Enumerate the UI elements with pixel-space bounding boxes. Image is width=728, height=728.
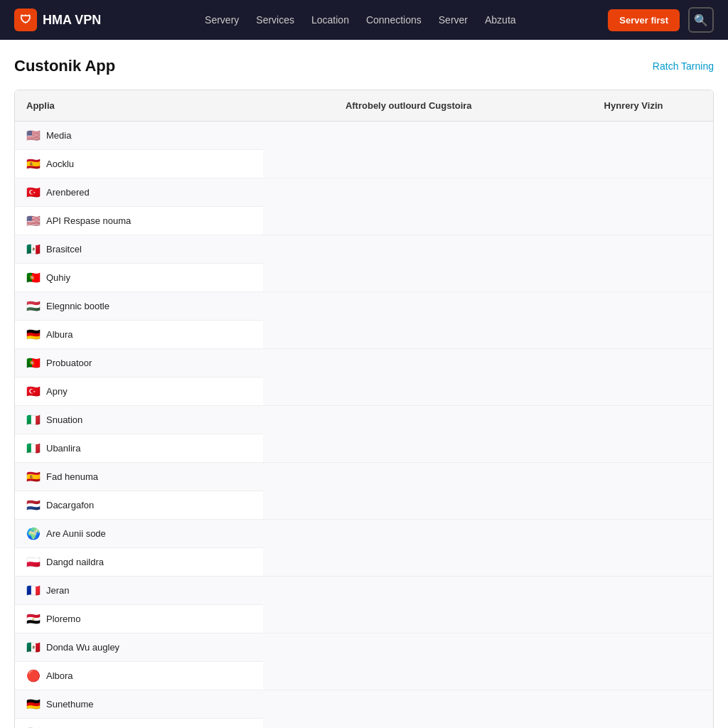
- flag-icon: 🇲🇽: [26, 641, 41, 654]
- col-vizin: Hynrery Vizin: [554, 90, 713, 122]
- app-cell: 🇲🇽Donda Wu augley: [26, 641, 252, 654]
- search-icon: 🔍: [694, 14, 708, 27]
- app-cell: 🇭🇺Elegnnic bootle: [26, 299, 252, 313]
- page-title: Custonik App: [14, 57, 115, 75]
- value-cell: [554, 690, 713, 729]
- table-row: 🇹🇷Arenbered: [15, 178, 713, 207]
- page-content: Custonik App Ratch Tarning Applia Aftrob…: [0, 40, 728, 728]
- app-cell: 🇺🇸Media: [26, 129, 252, 142]
- value-cell: [554, 235, 713, 292]
- app-name: Elegnnic bootle: [46, 301, 109, 311]
- flag-icon: 🇫🇷: [26, 584, 41, 597]
- flag-icon: 🇪🇸: [26, 157, 41, 171]
- app-cell: 🇵🇱Dangd naildra: [26, 555, 252, 569]
- table-row: 🇺🇸Media: [15, 122, 713, 150]
- flag-icon: 🇩🇪: [26, 328, 41, 341]
- nav-links: Servery Services Location Connections Se…: [129, 14, 591, 26]
- app-name: Dangd naildra: [46, 557, 104, 567]
- value-cell: [554, 178, 713, 235]
- flag-icon: 🇮🇹: [26, 413, 41, 427]
- logo: 🛡 HMA VPN: [14, 9, 101, 31]
- badge-cell: [263, 235, 554, 292]
- flag-icon: 🇪🇬: [26, 612, 41, 626]
- app-cell: 🌍Are Aunii sode: [26, 527, 252, 540]
- badge-cell: [263, 122, 554, 178]
- app-name: Probuatoor: [46, 358, 92, 368]
- app-name: Media: [46, 130, 71, 141]
- nav-location[interactable]: Location: [311, 14, 349, 26]
- app-cell: 🇹🇷Arenbered: [26, 186, 252, 199]
- navbar: 🛡 HMA VPN Servery Services Location Conn…: [0, 0, 728, 40]
- app-name: Are Aunii sode: [46, 528, 106, 539]
- app-cell: 🇵🇹Probuatoor: [26, 356, 252, 370]
- badge-cell: [263, 349, 554, 406]
- value-cell: [554, 520, 713, 577]
- app-name: Jeran: [46, 585, 70, 596]
- app-cell: 🇺🇸API Respase nouma: [26, 214, 252, 228]
- badge-cell: [263, 292, 554, 349]
- app-cell: 🇲🇽Brasitcel: [26, 242, 252, 256]
- app-name: Dacargafon: [46, 500, 94, 510]
- table-row: 🇫🇷Jeran: [15, 577, 713, 605]
- flag-icon: 🌍: [26, 527, 41, 540]
- logo-text: HMA VPN: [43, 13, 101, 28]
- app-cell: 🇵🇹Quhiy: [26, 271, 252, 284]
- flag-icon: 🇲🇽: [26, 242, 41, 256]
- badge-cell: [263, 406, 554, 463]
- nav-connections[interactable]: Connections: [366, 14, 422, 26]
- flag-icon: 🇭🇺: [26, 299, 41, 313]
- page-link[interactable]: Ratch Tarning: [653, 60, 714, 72]
- value-cell: [554, 122, 713, 178]
- col-cugstoira: Aftrobely outlourd Cugstoira: [263, 90, 554, 122]
- table-wrapper: Applia Aftrobely outlourd Cugstoira Hynr…: [14, 90, 714, 728]
- page-header: Custonik App Ratch Tarning: [14, 57, 714, 75]
- app-name: Arenbered: [46, 187, 90, 198]
- server-first-button[interactable]: Server first: [608, 9, 680, 31]
- nav-services[interactable]: Services: [256, 14, 294, 26]
- nav-servery[interactable]: Servery: [205, 14, 239, 26]
- app-name: Brasitcel: [46, 244, 82, 255]
- flag-icon: 🇩🇪: [26, 697, 41, 711]
- app-cell: 🇩🇪Albura: [26, 328, 252, 341]
- value-cell: [554, 463, 713, 520]
- table-row: 🇵🇹Probuatoor: [15, 349, 713, 378]
- app-cell: 🇹🇷Apny: [26, 385, 252, 398]
- flag-icon: 🇮🇹: [26, 441, 41, 455]
- table-row: 🇲🇽Brasitcel: [15, 235, 713, 264]
- app-name: Snuation: [46, 414, 82, 425]
- app-cell: 🇮🇹Snuation: [26, 413, 252, 427]
- app-name: Aocklu: [46, 159, 74, 169]
- nav-server[interactable]: Server: [439, 14, 468, 26]
- value-cell: [554, 406, 713, 463]
- app-cell: 🇮🇹Ubanlira: [26, 441, 252, 455]
- flag-icon: 🇵🇹: [26, 271, 41, 284]
- app-name: Fad henuma: [46, 471, 98, 482]
- app-cell: 🇩🇪Sunethume: [26, 697, 252, 711]
- app-cell: 🇳🇱Dacargafon: [26, 498, 252, 512]
- app-cell: 🇪🇸Fad henuma: [26, 470, 252, 483]
- app-name: API Respase nouma: [46, 215, 131, 226]
- badge-cell: [263, 178, 554, 235]
- app-name: Sunethume: [46, 699, 94, 710]
- table-header-row: Applia Aftrobely outlourd Cugstoira Hynr…: [15, 90, 713, 122]
- app-name: Ploremo: [46, 614, 80, 624]
- search-button[interactable]: 🔍: [688, 7, 714, 33]
- badge-cell: [263, 690, 554, 729]
- col-applia: Applia: [15, 90, 263, 122]
- value-cell: [554, 292, 713, 349]
- nav-abzuta[interactable]: Abzuta: [485, 14, 516, 26]
- nav-right: Server first 🔍: [608, 7, 714, 33]
- badge-cell: [263, 633, 554, 690]
- flag-icon: 🇵🇱: [26, 555, 41, 569]
- app-name: Donda Wu augley: [46, 642, 119, 653]
- app-cell: 🔴Albora: [26, 669, 252, 682]
- app-name: Albora: [46, 670, 73, 681]
- flag-icon: 🇪🇸: [26, 470, 41, 483]
- value-cell: [554, 349, 713, 406]
- table-row: 🇲🇽Donda Wu augley: [15, 633, 713, 662]
- app-cell: 🇪🇬Ploremo: [26, 612, 252, 626]
- app-cell: 🇫🇷Jeran: [26, 584, 252, 597]
- app-name: Albura: [46, 329, 73, 340]
- app-cell: 🇪🇸Aocklu: [26, 157, 252, 171]
- badge-cell: [263, 463, 554, 520]
